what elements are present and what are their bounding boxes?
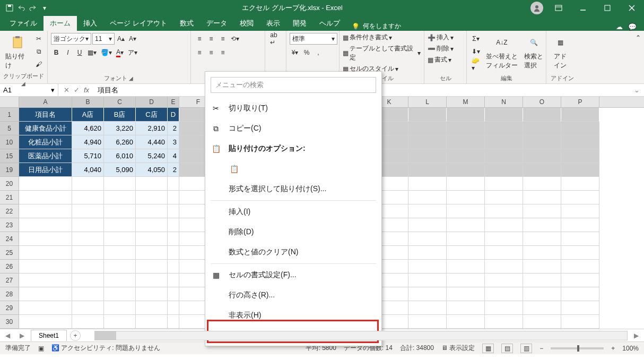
cell[interactable] xyxy=(19,260,72,273)
fill-icon[interactable]: ⬇▾ xyxy=(470,46,482,57)
paste-button[interactable]: 貼り付け xyxy=(3,33,31,71)
column-header[interactable]: O xyxy=(523,97,561,107)
cell[interactable] xyxy=(523,232,561,246)
tab-formulas[interactable]: 数式 xyxy=(173,16,200,31)
cell[interactable] xyxy=(19,287,72,301)
tab-review[interactable]: 校閲 xyxy=(233,16,260,31)
cell[interactable] xyxy=(561,177,599,191)
cell[interactable] xyxy=(408,204,447,218)
clear-icon[interactable]: 🧽▾ xyxy=(470,58,482,70)
cell[interactable] xyxy=(168,218,179,232)
cell[interactable] xyxy=(168,204,179,218)
column-header[interactable]: L xyxy=(408,97,447,107)
page-break-view-icon[interactable]: ▥ xyxy=(520,344,532,353)
cell[interactable]: 化粧品小計 xyxy=(19,135,72,149)
number-format-combo[interactable]: 標準▾ xyxy=(290,33,337,45)
cell[interactable] xyxy=(408,218,447,232)
cell[interactable] xyxy=(561,287,599,301)
cell[interactable] xyxy=(408,260,447,273)
cell[interactable] xyxy=(19,218,72,232)
name-box[interactable]: A1▾ xyxy=(0,84,58,96)
cell[interactable] xyxy=(408,315,447,329)
cell[interactable] xyxy=(561,218,599,232)
row-header[interactable]: 5 xyxy=(0,122,19,135)
insert-cells-button[interactable]: ➕挿入▾ xyxy=(428,33,454,42)
share-icon[interactable]: ☁ xyxy=(616,23,623,31)
close-icon[interactable] xyxy=(620,0,644,16)
column-header[interactable]: P xyxy=(561,97,599,107)
currency-icon[interactable]: ¥▾ xyxy=(290,47,300,58)
cell[interactable]: 日用品小計 xyxy=(19,163,72,177)
cell[interactable] xyxy=(485,191,523,204)
cell[interactable] xyxy=(523,287,561,301)
menu-search-input[interactable]: メニューの検索 xyxy=(211,77,376,93)
cell[interactable] xyxy=(523,218,561,232)
sheet-nav-prev-icon[interactable]: ◀ xyxy=(2,332,13,339)
comma-icon[interactable]: , xyxy=(313,47,324,58)
cell[interactable]: 3 xyxy=(168,135,179,149)
cell[interactable] xyxy=(136,232,168,246)
cell[interactable] xyxy=(104,315,136,329)
expand-formula-icon[interactable]: ⌄ xyxy=(630,84,644,96)
cell[interactable]: B店 xyxy=(104,108,136,122)
cell[interactable]: 健康食品小計 xyxy=(19,122,72,135)
cell[interactable] xyxy=(136,273,168,287)
cell[interactable] xyxy=(104,246,136,260)
cell[interactable] xyxy=(408,177,447,191)
cell[interactable] xyxy=(136,301,168,315)
cell[interactable] xyxy=(447,301,485,315)
cell[interactable] xyxy=(408,149,447,163)
chevron-down-icon[interactable]: ▾ xyxy=(51,86,55,94)
normal-view-icon[interactable]: ▦ xyxy=(482,344,494,353)
cell[interactable] xyxy=(136,260,168,273)
row-header[interactable]: 15 xyxy=(0,149,19,163)
align-bottom-icon[interactable]: ≡ xyxy=(217,33,228,45)
cell[interactable]: 2 xyxy=(168,122,179,135)
delete-cells-button[interactable]: ➖削除▾ xyxy=(428,44,454,53)
cell[interactable] xyxy=(447,163,485,177)
tab-file[interactable]: ファイル xyxy=(3,16,43,31)
cell[interactable] xyxy=(136,177,168,191)
cell[interactable] xyxy=(19,315,72,329)
conditional-format-button[interactable]: ▦条件付き書式▾ xyxy=(343,33,392,42)
phonetic-icon[interactable]: ア▾ xyxy=(126,47,139,58)
align-left-icon[interactable]: ≡ xyxy=(194,47,205,58)
zoom-slider[interactable] xyxy=(551,347,604,349)
cell[interactable]: 6,260 xyxy=(104,135,136,149)
cell[interactable] xyxy=(523,301,561,315)
cell[interactable] xyxy=(561,108,599,122)
align-center-icon[interactable]: ≡ xyxy=(206,47,216,58)
cell[interactable] xyxy=(447,287,485,301)
cell[interactable] xyxy=(168,246,179,260)
cell[interactable] xyxy=(19,204,72,218)
cell[interactable] xyxy=(561,246,599,260)
cell[interactable]: 4,040 xyxy=(72,163,104,177)
cell[interactable] xyxy=(104,204,136,218)
cell[interactable] xyxy=(168,177,179,191)
column-header[interactable]: D xyxy=(136,97,168,107)
cell[interactable]: 6,010 xyxy=(104,149,136,163)
tab-data[interactable]: データ xyxy=(200,16,233,31)
cancel-icon[interactable]: ✕ xyxy=(64,86,69,94)
cell[interactable] xyxy=(136,315,168,329)
cell[interactable] xyxy=(104,232,136,246)
tab-view[interactable]: 表示 xyxy=(260,16,286,31)
cell[interactable]: A店 xyxy=(72,108,104,122)
row-header[interactable]: 24 xyxy=(0,232,19,246)
align-right-icon[interactable]: ≡ xyxy=(217,47,228,58)
column-header[interactable]: E xyxy=(168,97,179,107)
row-header[interactable]: 27 xyxy=(0,273,19,287)
cell[interactable] xyxy=(136,218,168,232)
cell[interactable] xyxy=(19,246,72,260)
cell[interactable] xyxy=(408,246,447,260)
cell[interactable]: 4,440 xyxy=(136,135,168,149)
cell[interactable] xyxy=(523,108,561,122)
ctx-paste-option-values[interactable]: 📋 xyxy=(205,159,381,179)
borders-icon[interactable]: ▦▾ xyxy=(86,47,98,58)
zoom-level[interactable]: 100% xyxy=(622,345,639,352)
cell[interactable] xyxy=(19,177,72,191)
cell[interactable] xyxy=(485,135,523,149)
add-sheet-icon[interactable]: + xyxy=(70,330,81,341)
cell[interactable] xyxy=(72,260,104,273)
cell[interactable] xyxy=(104,218,136,232)
